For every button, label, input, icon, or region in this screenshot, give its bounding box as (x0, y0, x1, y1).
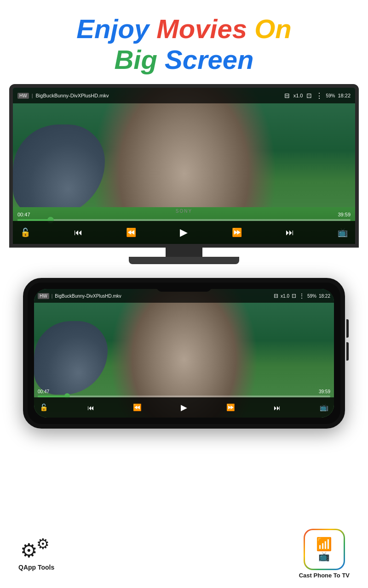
battery: 59% (326, 93, 335, 98)
cast-logo[interactable]: 📶 📺 Cast Phone To TV (299, 529, 350, 579)
phone-side-buttons (346, 319, 349, 365)
title-word-big: Big (114, 45, 157, 74)
filename: BigBuckBunny-DivXPlusHD.mkv (36, 93, 282, 98)
menu-icon[interactable]: ⋮ (316, 91, 323, 100)
cast-icon[interactable]: ⊡ (306, 92, 312, 99)
phone-section: HW | BigBuckBunny-DivXPlusHD.mkv ⊟ x1.0 … (23, 278, 345, 429)
cast-icon-border: 📶 📺 (304, 529, 345, 570)
tv-screen: HW | BigBuckBunny-DivXPlusHD.mkv ⊟ x1.0 … (13, 88, 355, 244)
phone-screen: HW | BigBuckBunny-DivXPlusHD.mkv ⊟ x1.0 … (34, 289, 334, 418)
phone-sep: | (52, 294, 53, 299)
phone-battery: 59% (307, 294, 316, 299)
phone-skip-prev[interactable]: ⏮ (87, 404, 94, 412)
phone-current-time: 00:47 (38, 389, 49, 394)
side-button-1 (346, 319, 349, 338)
phone-mockup: HW | BigBuckBunny-DivXPlusHD.mkv ⊟ x1.0 … (23, 278, 345, 429)
play-icon[interactable]: ▶ (180, 226, 188, 238)
title-word-on: On (254, 14, 292, 44)
phone-play[interactable]: ▶ (181, 402, 187, 413)
fast-forward-icon[interactable]: ⏩ (232, 227, 242, 237)
phone-lock-icon[interactable]: 🔓 (40, 403, 48, 412)
tv-container: HW | BigBuckBunny-DivXPlusHD.mkv ⊟ x1.0 … (9, 84, 359, 264)
title-word-screen: Screen (165, 45, 253, 74)
side-button-2 (346, 342, 349, 361)
phone-rewind[interactable]: ⏪ (133, 403, 142, 412)
time: 18:22 (338, 93, 351, 98)
status-sep: | (32, 93, 33, 98)
screen-icon[interactable]: 📺 (338, 227, 348, 237)
player-statusbar: HW | BigBuckBunny-DivXPlusHD.mkv ⊟ x1.0 … (13, 88, 355, 103)
phone-time: 18:22 (319, 294, 330, 299)
tv-mockup: HW | BigBuckBunny-DivXPlusHD.mkv ⊟ x1.0 … (9, 84, 359, 248)
phone-speed: x1.0 (281, 294, 289, 299)
cast-label: Cast Phone To TV (299, 572, 350, 579)
subtitle-icon: ⊟ (284, 92, 290, 99)
skip-prev-icon[interactable]: ⏮ (74, 228, 82, 237)
phone-filename: BigBuckBunny-DivXPlusHD.mkv (55, 294, 271, 299)
tv-stand-base (129, 257, 239, 264)
hw-badge: HW (17, 93, 29, 99)
phone-fast-forward[interactable]: ⏩ (226, 403, 235, 412)
phone-subtitle-icon: ⊟ (274, 293, 278, 299)
lock-icon[interactable]: 🔓 (20, 227, 30, 237)
cast-icon-inner: 📶 📺 (305, 530, 344, 569)
phone-total-time: 39:59 (319, 389, 330, 394)
qapp-logo: ⚙ ⚙ QApp Tools (18, 537, 54, 571)
qapp-gears: ⚙ ⚙ (20, 537, 52, 562)
skip-next-icon[interactable]: ⏭ (286, 228, 294, 237)
phone-hw-badge: HW (38, 293, 49, 299)
current-time: 00:47 (17, 212, 30, 217)
phone-skip-next[interactable]: ⏭ (274, 404, 281, 412)
rewind-icon[interactable]: ⏪ (126, 227, 136, 237)
gear-main-icon: ⚙ (20, 541, 41, 562)
phone-notch (156, 283, 212, 292)
tv-stand-neck (166, 248, 202, 257)
phone-cast-icon[interactable]: ⊡ (292, 293, 296, 299)
phone-menu-icon[interactable]: ⋮ (299, 292, 305, 300)
tv-brand: SONY (176, 209, 192, 214)
title-word-movies: Movies (156, 14, 247, 44)
phone-controls: 🔓 ⏮ ⏪ ▶ ⏩ ⏭ 📺 (34, 397, 334, 418)
bottom-logos: ⚙ ⚙ QApp Tools 📶 📺 Cast Phone To TV (0, 529, 368, 579)
wifi-icon: 📶 (316, 538, 332, 551)
phone-screen-icon[interactable]: 📺 (320, 403, 328, 412)
phone-progress-area[interactable]: 00:47 39:59 (34, 389, 334, 397)
qapp-label: QApp Tools (18, 564, 54, 571)
title-word-enjoy: Enjoy (76, 14, 149, 44)
total-time: 39:59 (338, 212, 351, 217)
player-controls: 🔓 ⏮ ⏪ ▶ ⏩ ⏭ 📺 (13, 221, 355, 244)
header-title: Enjoy Movies On Big Screen (0, 0, 368, 84)
speed-label: x1.0 (293, 93, 303, 98)
cast-screen-icon: 📺 (318, 552, 330, 561)
